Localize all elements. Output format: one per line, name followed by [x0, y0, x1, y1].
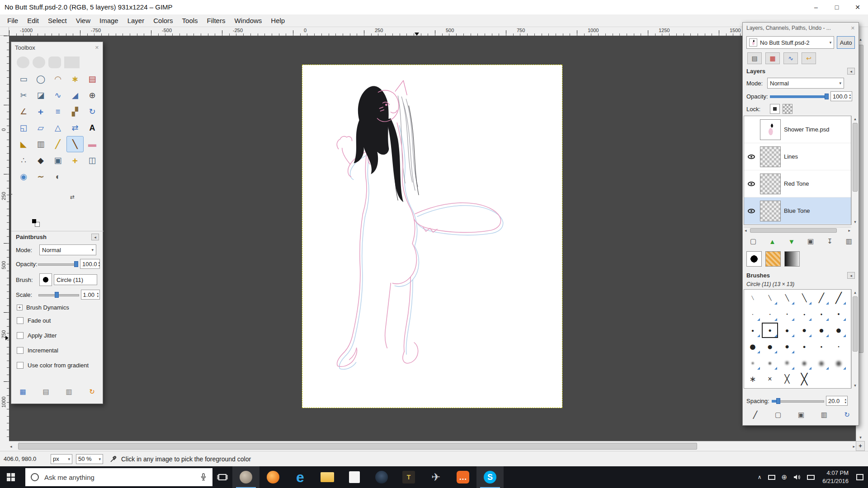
default-colors-icon[interactable] — [32, 219, 39, 226]
airplane-app[interactable]: ✈ — [422, 466, 449, 488]
fuzzy-select-tool[interactable]: ∗ — [66, 71, 84, 87]
brush-select[interactable]: Circle (11) — [54, 274, 97, 285]
scroll-thumb[interactable] — [853, 296, 858, 352]
layer-list-vertical-scrollbar[interactable]: ▴ ▾ — [851, 116, 859, 225]
collapse-icon[interactable]: ◂ — [847, 272, 855, 279]
menu-item[interactable]: File — [3, 15, 23, 26]
rotate-tool[interactable]: ↻ — [84, 103, 101, 120]
ellipse-select-tool[interactable]: ◯ — [32, 71, 49, 87]
brush-swatch[interactable]: ● — [796, 355, 813, 371]
visibility-toggle[interactable] — [746, 209, 757, 213]
brush-swatch[interactable]: ╲ — [796, 290, 813, 306]
scissors-select-tool[interactable]: ✂ — [15, 87, 32, 103]
scale-spinbox[interactable]: 1.00 ▴▾ — [81, 290, 100, 300]
swap-colors-icon[interactable]: ⇄ — [70, 194, 75, 200]
brush-dynamics-expander[interactable]: + Brush Dynamics — [17, 304, 69, 311]
color-picker-tool[interactable]: ◢ — [66, 87, 84, 103]
lock-pixels-toggle[interactable] — [770, 104, 780, 114]
text-tool[interactable]: A — [84, 120, 101, 136]
brush-swatch[interactable]: ● — [744, 322, 761, 338]
expand-icon[interactable]: + — [17, 305, 23, 310]
brush-swatch[interactable]: ● — [778, 322, 796, 338]
eraser-tool[interactable]: ▬ — [84, 136, 101, 152]
scroll-left-arrow[interactable]: ◂ — [745, 227, 747, 234]
free-select-tool[interactable]: ◠ — [49, 71, 66, 87]
zoom-tool[interactable]: ⊕ — [84, 87, 101, 103]
lock-alpha-toggle[interactable] — [783, 104, 793, 114]
move-tool[interactable]: + — [32, 103, 49, 120]
canvas-navigation-button[interactable]: + — [856, 441, 865, 451]
layer-row[interactable]: Red Tone — [744, 170, 851, 197]
close-icon[interactable]: ✕ — [851, 25, 855, 31]
spacing-spinbox[interactable]: 20.0 ▴▾ — [826, 396, 848, 406]
store-app[interactable] — [341, 466, 368, 488]
brush-swatch[interactable]: ╱ — [813, 290, 830, 306]
auto-button[interactable]: Auto — [837, 36, 855, 49]
brush-swatch[interactable]: × — [761, 371, 778, 387]
minimize-button[interactable]: – — [806, 0, 826, 14]
undo-history-tab[interactable]: ↩ — [802, 52, 816, 64]
smudge-tool[interactable]: ∼ — [32, 169, 49, 185]
collapse-icon[interactable]: ◂ — [91, 234, 99, 240]
menu-item[interactable]: Image — [95, 15, 123, 26]
spinner-arrows-icon[interactable]: ▴▾ — [844, 398, 846, 404]
pattern-selector[interactable] — [765, 251, 781, 267]
delete-layer-button[interactable]: ▥ — [843, 236, 855, 247]
foreground-color-swatch[interactable] — [11, 194, 12, 195]
brush-swatch[interactable]: ● — [761, 338, 778, 355]
scroll-up-arrow[interactable]: ▴ — [852, 116, 859, 122]
channels-tab[interactable]: ▦ — [765, 52, 780, 64]
layers-tab[interactable]: ▤ — [747, 52, 762, 64]
paintbrush-tool[interactable]: ╲ — [66, 136, 84, 152]
brush-swatch[interactable]: ● — [796, 322, 813, 338]
brush-grid-vertical-scrollbar[interactable]: ▴ ▾ — [851, 289, 859, 389]
brush-swatch[interactable]: ● — [744, 306, 761, 322]
spinner-arrows-icon[interactable]: ▴▾ — [849, 93, 851, 99]
brush-swatch[interactable]: ● — [744, 355, 761, 371]
paths-tool[interactable]: ∿ — [49, 87, 66, 103]
raise-layer-button[interactable]: ▲ — [766, 236, 778, 247]
scroll-left-arrow[interactable]: ◂ — [10, 441, 12, 451]
brush-swatch[interactable]: ╲ — [778, 290, 796, 306]
brush-swatch[interactable]: ╱ — [830, 290, 847, 306]
menu-item[interactable]: Layer — [123, 15, 149, 26]
brush-swatch[interactable]: ╲ — [744, 290, 761, 306]
lower-layer-button[interactable]: ▼ — [785, 236, 798, 247]
zoom-select[interactable]: 50 %▾ — [76, 454, 103, 464]
menu-item[interactable]: Select — [43, 15, 71, 26]
messaging-app[interactable]: … — [449, 466, 476, 488]
brush-swatch[interactable]: ● — [778, 338, 796, 355]
anchor-layer-button[interactable]: ↧ — [823, 236, 836, 247]
brush-swatch[interactable]: ● — [761, 355, 778, 371]
scale-tool[interactable]: ◱ — [15, 120, 32, 136]
layer-opacity-slider[interactable] — [770, 93, 829, 100]
scroll-right-arrow[interactable]: ▸ — [853, 441, 855, 451]
refresh-brushes-button[interactable]: ↻ — [841, 409, 854, 420]
bucket-fill-tool[interactable]: ◣ — [15, 136, 32, 152]
brush-swatch[interactable]: ● — [796, 306, 813, 322]
delete-brush-button[interactable]: ▥ — [818, 409, 830, 420]
close-button[interactable]: ✕ — [847, 0, 868, 14]
brush-swatch[interactable]: ● — [778, 306, 796, 322]
checkbox[interactable] — [17, 317, 24, 324]
scroll-thumb[interactable] — [853, 123, 858, 192]
layer-row[interactable]: Lines — [744, 143, 851, 170]
canvas[interactable] — [302, 65, 562, 408]
opacity-slider[interactable] — [38, 261, 78, 267]
align-tool[interactable]: ≡ — [49, 103, 66, 120]
brush-swatch[interactable]: ● — [830, 306, 847, 322]
menu-item[interactable]: Filters — [203, 15, 230, 26]
collapse-icon[interactable]: ◂ — [847, 68, 855, 75]
spinner-arrows-icon[interactable]: ▴▾ — [99, 261, 100, 267]
maximize-button[interactable]: □ — [826, 0, 847, 14]
scroll-down-arrow[interactable]: ▾ — [852, 219, 859, 225]
visibility-toggle[interactable] — [746, 127, 757, 132]
checkbox[interactable] — [17, 332, 24, 339]
edit-brush-button[interactable]: ╱ — [749, 409, 761, 420]
brush-swatch[interactable]: ● — [813, 338, 830, 355]
new-layer-button[interactable]: ▢ — [747, 236, 760, 247]
checkbox[interactable] — [17, 347, 24, 354]
close-icon[interactable]: ✕ — [95, 45, 99, 51]
brush-swatch[interactable] — [830, 371, 847, 387]
checkbox[interactable] — [17, 362, 24, 369]
